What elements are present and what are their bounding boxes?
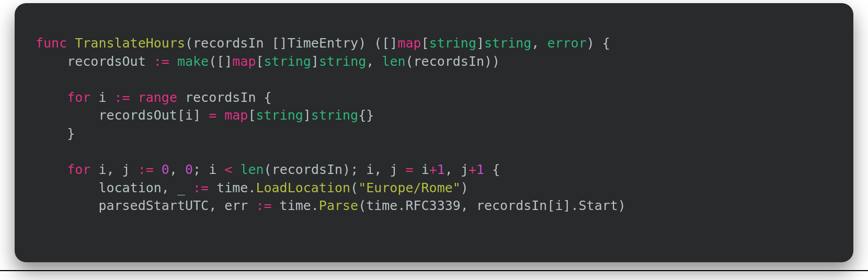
code-token: string — [311, 108, 358, 123]
code-token: [] — [264, 36, 288, 51]
code-token: := — [154, 54, 169, 69]
code-token: map — [397, 36, 421, 51]
code-line: } — [36, 126, 75, 141]
code-token — [36, 162, 67, 177]
code-token: 1 — [437, 162, 445, 177]
code-token: ] — [476, 36, 484, 51]
code-line: for i := range recordsIn { — [36, 90, 272, 105]
code-token: := — [138, 162, 154, 177]
code-token: len — [240, 162, 264, 177]
code-token: = — [406, 162, 414, 177]
code-token: , — [366, 54, 382, 69]
code-token: < — [224, 162, 232, 177]
code-token: TranslateHours — [75, 36, 185, 51]
code-token: time. — [209, 180, 256, 195]
code-token: 1 — [476, 162, 484, 177]
code-token — [216, 108, 224, 123]
code-token: := — [193, 180, 209, 195]
code-token: (recordsIn)) — [406, 54, 500, 69]
code-token: ] — [311, 54, 319, 69]
code-token: map — [224, 108, 248, 123]
code-block: func TranslateHours(recordsIn []TimeEntr… — [36, 34, 832, 215]
code-token: = — [209, 108, 216, 123]
code-line: for i, j := 0, 0; i < len(recordsIn); i,… — [36, 162, 500, 177]
code-line: func TranslateHours(recordsIn []TimeEntr… — [36, 36, 610, 51]
code-line: parsedStartUTC, err := time.Parse(time.R… — [36, 198, 626, 213]
code-token: , — [169, 162, 185, 177]
code-token: recordsOut — [36, 54, 154, 69]
code-token: LoadLocation — [256, 180, 350, 195]
code-token: { — [484, 162, 500, 177]
code-token: ( — [350, 180, 358, 195]
code-token: (time.RFC3339, recordsIn[i].Start) — [358, 198, 626, 213]
code-token: ) ([] — [358, 36, 397, 51]
code-token: "Europe/Rome" — [358, 180, 461, 195]
code-token: make — [177, 54, 209, 69]
code-token: ; i — [193, 162, 224, 177]
code-token: 0 — [162, 162, 169, 177]
code-token: ] — [303, 108, 311, 123]
code-token: , j — [445, 162, 469, 177]
code-token: , — [531, 36, 547, 51]
code-token: {} — [358, 108, 374, 123]
code-line: recordsOut[i] = map[string]string{} — [36, 108, 374, 123]
code-token: ) { — [587, 36, 610, 51]
code-token: } — [36, 126, 75, 141]
baseline-rule — [0, 270, 868, 271]
code-token: recordsIn { — [177, 90, 272, 105]
code-token: string — [264, 54, 311, 69]
code-token: Parse — [319, 198, 358, 213]
code-token: i — [414, 162, 429, 177]
code-token — [169, 54, 177, 69]
code-token: TimeEntry — [288, 36, 358, 51]
code-token: error — [547, 36, 586, 51]
code-token: for — [67, 90, 90, 105]
code-token: string — [256, 108, 303, 123]
code-token: len — [382, 54, 405, 69]
code-token: i, j — [90, 162, 138, 177]
code-token: time. — [272, 198, 319, 213]
code-token: ) — [461, 180, 469, 195]
code-token: + — [469, 162, 476, 177]
code-token: [ — [248, 108, 256, 123]
code-token: i — [90, 90, 114, 105]
code-token: [ — [421, 36, 429, 51]
code-line: recordsOut := make([]map[string]string, … — [36, 54, 500, 69]
code-token: ( — [185, 36, 193, 51]
code-token: map — [232, 54, 256, 69]
code-token — [130, 90, 138, 105]
code-token: + — [429, 162, 437, 177]
code-token: (recordsIn); i, j — [264, 162, 406, 177]
code-token: for — [67, 162, 90, 177]
code-token: 0 — [185, 162, 193, 177]
code-token: := — [115, 90, 130, 105]
code-line: location, _ := time.LoadLocation("Europe… — [36, 180, 469, 195]
code-token: ([] — [209, 54, 232, 69]
code-card: func TranslateHours(recordsIn []TimeEntr… — [15, 3, 853, 262]
code-token: func — [36, 36, 75, 51]
code-token — [154, 162, 162, 177]
code-token: := — [256, 198, 271, 213]
code-token: location, _ — [36, 180, 193, 195]
code-token: parsedStartUTC, err — [36, 198, 256, 213]
code-token: string — [319, 54, 366, 69]
code-token: range — [138, 90, 177, 105]
code-token: recordsIn — [193, 36, 264, 51]
code-token — [232, 162, 240, 177]
code-token: [ — [256, 54, 264, 69]
code-token — [36, 90, 67, 105]
code-token: recordsOut[i] — [36, 108, 209, 123]
code-token: string — [484, 36, 531, 51]
code-token: string — [429, 36, 476, 51]
